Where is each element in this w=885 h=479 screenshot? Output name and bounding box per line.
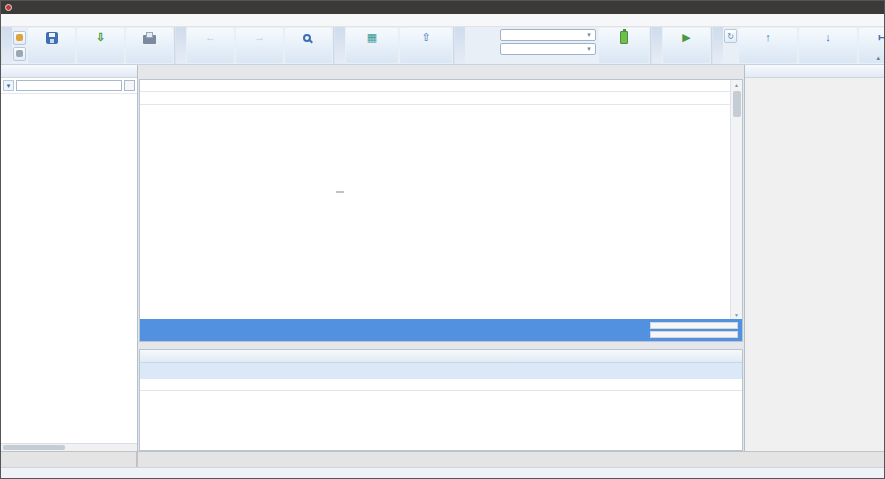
indent-icon: ↦ <box>878 30 885 45</box>
menu-bar <box>1 14 884 27</box>
refresh-icon: ↻ <box>727 32 734 41</box>
table-rows <box>140 105 730 319</box>
results-columns <box>140 379 742 391</box>
mini-open-button[interactable] <box>13 31 26 45</box>
collapse-ribbon-button[interactable]: ▴ <box>876 54 880 62</box>
document-tabs <box>139 65 743 79</box>
tree-filter-input[interactable] <box>16 80 122 91</box>
ribbon-group-upravit-label <box>175 27 186 64</box>
arrow-up-icon: ↑ <box>765 30 771 45</box>
compile-icon: ▦ <box>367 30 377 45</box>
level-progress-bar <box>650 322 738 329</box>
assembly-panel: ▼ <box>1 65 138 451</box>
nest-button[interactable]: ↦ <box>859 28 885 63</box>
save-icon <box>46 32 58 44</box>
chevron-down-icon: ▼ <box>586 46 592 52</box>
archive-icon: ⇩ <box>96 30 105 45</box>
undo-icon: ← <box>205 30 216 45</box>
ribbon-group-upravit: ← → <box>175 27 334 64</box>
search-icon <box>303 34 311 42</box>
play-icon: ▶ <box>682 30 690 45</box>
upload-icon: ⇧ <box>421 30 430 45</box>
ribbon-group-ladeni: ▶ <box>651 27 712 64</box>
close-project-icon <box>16 50 23 57</box>
ribbon-group-platformy: ▼ ▼ <box>454 27 651 64</box>
bottom-tab-bar <box>1 451 884 467</box>
refresh-button[interactable]: ↻ <box>724 29 737 43</box>
chevron-down-icon: ▼ <box>586 32 592 38</box>
ribbon-group-platformy-label <box>454 27 465 64</box>
table-filter-row <box>140 92 730 105</box>
ribbon-group-kompilace-label <box>334 27 345 64</box>
redo-icon: → <box>254 30 265 45</box>
postavke-table: ▲ ▼ <box>139 79 743 342</box>
ribbon-group-hmi-editor: ↻ ↑ ↓ ↦ ↤ <box>712 27 885 64</box>
ribbon-group-hmi-editor-label <box>712 27 723 64</box>
ribbon-group-soubor-label <box>1 27 12 64</box>
results-panel <box>139 349 743 451</box>
archive-button[interactable]: ⇩ <box>77 28 124 63</box>
rows-progress-bar <box>650 331 738 338</box>
print-button[interactable] <box>126 28 173 63</box>
redo-button[interactable]: → <box>236 28 283 63</box>
scroll-down-icon[interactable]: ▼ <box>734 310 739 319</box>
app-icon <box>5 4 12 11</box>
status-bar <box>1 467 884 479</box>
ribbon-group-soubor: ⇩ <box>1 27 175 64</box>
scroll-up-icon[interactable]: ▲ <box>734 80 739 89</box>
undo-button[interactable]: ← <box>187 28 234 63</box>
print-icon <box>143 35 156 44</box>
platform-select[interactable]: ▼ <box>500 43 596 55</box>
move-down-button[interactable]: ↓ <box>799 28 857 63</box>
mini-close-button[interactable] <box>13 47 26 61</box>
battery-icon <box>620 31 628 44</box>
horizontal-scrollbar[interactable] <box>1 443 137 451</box>
ribbon-group-kompilace: ▦ ⇧ <box>334 27 454 64</box>
results-empty-area <box>140 391 742 450</box>
filter-funnel-icon[interactable]: ▼ <box>3 80 14 91</box>
properties-panel <box>744 65 884 451</box>
scrollbar-thumb[interactable] <box>3 445 65 450</box>
open-icon <box>16 34 23 41</box>
validate-datamodel-button[interactable] <box>599 28 649 63</box>
save-button[interactable] <box>28 28 75 63</box>
table-footer <box>140 319 742 341</box>
assembly-tree <box>1 94 137 443</box>
scrollbar-thumb[interactable] <box>733 91 741 117</box>
find-button[interactable] <box>285 28 332 63</box>
ribbon-group-ladeni-label <box>651 27 662 64</box>
start-debug-button[interactable]: ▶ <box>663 28 710 63</box>
app-window: ⇩ ← → ▦ ⇧ ▼ ▼ <box>0 0 885 479</box>
clear-filter-button[interactable] <box>124 80 135 91</box>
arrow-down-icon: ↓ <box>825 30 831 45</box>
table-header <box>140 80 730 92</box>
ribbon: ⇩ ← → ▦ ⇧ ▼ ▼ <box>1 27 884 65</box>
compile-assembly-button[interactable]: ▦ <box>346 28 398 63</box>
titlebar <box>1 1 884 14</box>
upload-assembly-button[interactable]: ⇧ <box>400 28 452 63</box>
drag-ghost-tooltip <box>336 191 344 193</box>
device-select[interactable]: ▼ <box>500 29 596 41</box>
vertical-scrollbar[interactable]: ▲ ▼ <box>730 80 742 319</box>
move-up-button[interactable]: ↑ <box>739 28 797 63</box>
